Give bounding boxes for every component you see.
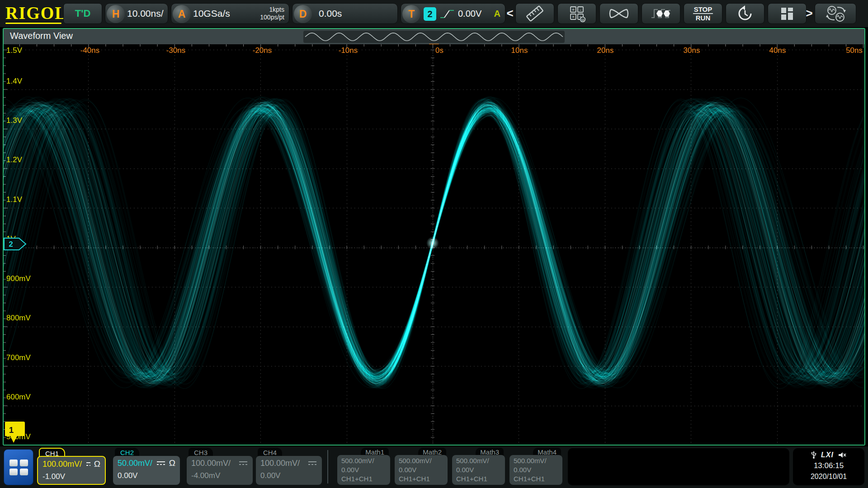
lxi-logo: LXI bbox=[821, 451, 834, 459]
time-label: 10ns bbox=[511, 46, 528, 55]
horizontal-scale-value: 10.00ns/ bbox=[127, 4, 164, 23]
trigger-panel[interactable]: T 2 0.00V A bbox=[401, 3, 505, 24]
measure-button[interactable] bbox=[515, 3, 554, 24]
volt-label: 1.2V bbox=[6, 155, 22, 164]
ch2-offset: 0.00V bbox=[118, 471, 175, 480]
delay-key-icon: D bbox=[294, 5, 312, 23]
ch1-offset: -1.00V bbox=[42, 472, 100, 481]
math-button[interactable]: + - × ÷ M bbox=[557, 3, 596, 24]
time-label: 20ns bbox=[597, 46, 614, 55]
rigol-logo-underline bbox=[5, 23, 61, 24]
math1-offset: 0.00V bbox=[341, 465, 386, 474]
math-card-math4[interactable]: Math4 500.00mV/ 0.00V CH1+CH1 bbox=[509, 448, 562, 485]
bottom-channel-bar: CH1 100.00mV/ Ω -1.00V CH2 50.00mV/ bbox=[0, 446, 868, 488]
math-card-math3[interactable]: Math3 500.00mV/ 0.00V CH1+CH1 bbox=[452, 448, 505, 485]
waveform-view-title: Waveform View bbox=[10, 31, 73, 41]
toolbar-collapse-chevron[interactable]: < bbox=[506, 5, 514, 21]
volt-label: 900mV bbox=[6, 274, 31, 283]
math4-offset: 0.00V bbox=[514, 465, 558, 474]
dc-coupling-icon bbox=[85, 461, 90, 467]
time-label: 40ns bbox=[769, 46, 786, 55]
datetime-panel[interactable]: LXI 13:06:15 2020/10/01 bbox=[793, 448, 864, 485]
math4-body: 500.00mV/ 0.00V CH1+CH1 bbox=[509, 455, 562, 485]
grid-squares-icon bbox=[9, 460, 28, 475]
channel-card-ch2[interactable]: CH2 50.00mV/ Ω 0.00V bbox=[113, 448, 180, 485]
trigger-status-button[interactable]: T'D bbox=[63, 3, 102, 24]
ch4-scale: 100.00mV/ bbox=[260, 459, 304, 468]
ch2-body: 50.00mV/ Ω 0.00V bbox=[113, 456, 180, 485]
toolbar-expand-chevron[interactable]: > bbox=[806, 5, 813, 21]
math2-scale: 500.00mV/ bbox=[399, 456, 443, 465]
stop-label: STOP bbox=[694, 5, 712, 13]
math2-body: 500.00mV/ 0.00V CH1+CH1 bbox=[395, 455, 448, 485]
dc-coupling-icon bbox=[307, 460, 317, 466]
math3-body: 500.00mV/ 0.00V CH1+CH1 bbox=[452, 455, 505, 485]
ch3-scale: 100.00mV/ bbox=[191, 459, 235, 468]
history-clock-icon bbox=[736, 5, 754, 23]
math-card-math1[interactable]: Math1 500.00mV/ 0.00V CH1+CH1 bbox=[337, 448, 390, 485]
memory-depth-block: 1kpts 100ps/pt bbox=[260, 6, 284, 21]
menu-grid-button[interactable] bbox=[4, 449, 33, 485]
waveform-display[interactable] bbox=[4, 44, 864, 445]
volt-label: 1.4V bbox=[6, 77, 22, 86]
run-label: RUN bbox=[693, 13, 713, 22]
svg-text:+: + bbox=[572, 7, 575, 12]
delay-value: 0.00s bbox=[319, 4, 342, 23]
memory-depth-value: 1kpts bbox=[260, 6, 284, 14]
notification-panel bbox=[568, 448, 789, 485]
window-layout-button[interactable] bbox=[768, 3, 807, 24]
sample-rate-value: 10GSa/s bbox=[193, 4, 230, 23]
math1-expression: CH1+CH1 bbox=[341, 474, 386, 483]
time-label: 30ns bbox=[684, 46, 700, 55]
math2-expression: CH1+CH1 bbox=[399, 474, 443, 483]
channel-card-ch4[interactable]: CH4 100.00mV/ 0.00V bbox=[256, 448, 322, 485]
channel-card-ch3[interactable]: CH3 100.00mV/ -4.00mV bbox=[187, 448, 253, 485]
screen-cycle-icon bbox=[824, 5, 847, 23]
math3-scale: 500.00mV/ bbox=[456, 456, 501, 465]
trigger-level-value: 0.00V bbox=[458, 4, 481, 23]
dc-coupling-icon bbox=[156, 460, 165, 466]
waveform-view: Waveform View -40ns -30ns -20ns -10ns 0s… bbox=[3, 28, 865, 446]
clock-time: 13:06:15 bbox=[793, 460, 864, 472]
math4-scale: 500.00mV/ bbox=[514, 456, 558, 465]
math3-offset: 0.00V bbox=[456, 465, 501, 474]
ch1-offset-marker[interactable]: 1 bbox=[5, 421, 25, 445]
xy-mode-button[interactable] bbox=[599, 3, 638, 24]
window-layout-icon bbox=[779, 6, 795, 21]
math2-offset: 0.00V bbox=[399, 465, 443, 474]
ch1-body: 100.00mV/ Ω -1.00V bbox=[37, 456, 106, 485]
ruler-icon bbox=[525, 5, 545, 22]
usb-icon bbox=[811, 451, 817, 459]
ch4-body: 100.00mV/ 0.00V bbox=[256, 456, 322, 485]
horizontal-scale-panel[interactable]: H 10.00ns/ bbox=[105, 3, 168, 24]
history-button[interactable] bbox=[726, 3, 764, 24]
stop-run-button[interactable]: STOP RUN bbox=[684, 3, 722, 24]
top-status-bar: RIGOL T'D H 10.00ns/ A 10GSa/s 1kpts 100… bbox=[0, 0, 868, 27]
xy-mode-icon bbox=[608, 6, 630, 21]
trigger-source-badge: 2 bbox=[424, 7, 436, 21]
math3-expression: CH1+CH1 bbox=[456, 474, 501, 483]
oscilloscope-screen: RIGOL T'D H 10.00ns/ A 10GSa/s 1kpts 100… bbox=[0, 0, 868, 488]
svg-text:1: 1 bbox=[9, 425, 14, 435]
horizontal-delay-panel[interactable]: D 0.00s bbox=[292, 3, 398, 24]
svg-text:M: M bbox=[581, 18, 585, 22]
sample-resolution-value: 100ps/pt bbox=[260, 14, 284, 21]
channel-math-divider bbox=[327, 450, 328, 483]
svg-text:-: - bbox=[580, 7, 581, 12]
svg-text:×: × bbox=[572, 14, 575, 19]
horizontal-position-preview[interactable] bbox=[303, 31, 565, 43]
math1-scale: 500.00mV/ bbox=[341, 456, 386, 465]
ch3-body: 100.00mV/ -4.00mV bbox=[187, 456, 253, 485]
time-label: -10ns bbox=[339, 46, 358, 55]
ch4-offset: 0.00V bbox=[260, 471, 317, 480]
volt-label: 800mV bbox=[6, 314, 31, 323]
trigger-key-icon: T bbox=[402, 5, 420, 23]
channel-card-ch1[interactable]: CH1 100.00mV/ Ω -1.00V bbox=[37, 448, 106, 485]
screen-cycle-button[interactable] bbox=[815, 3, 856, 24]
svg-text:2: 2 bbox=[9, 240, 13, 249]
acquisition-panel[interactable]: A 10GSa/s 1kpts 100ps/pt bbox=[171, 3, 289, 24]
math-card-math2[interactable]: Math2 500.00mV/ 0.00V CH1+CH1 bbox=[395, 448, 448, 485]
ch1-scale: 100.00mV/ bbox=[42, 460, 82, 469]
trigger-level-marker[interactable]: 2 bbox=[4, 238, 27, 250]
eye-mask-button[interactable] bbox=[642, 3, 680, 24]
